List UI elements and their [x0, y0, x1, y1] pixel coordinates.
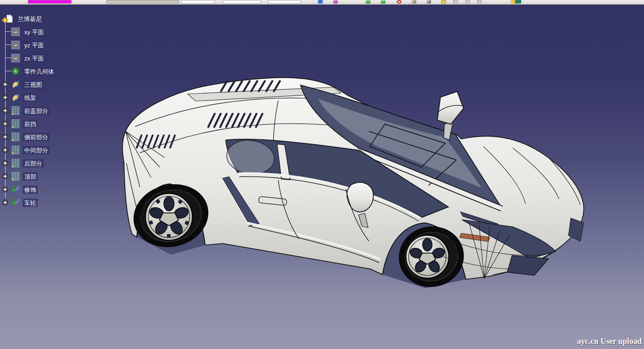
tree-item-xy-plane[interactable]: xy 平面 — [11, 27, 45, 37]
part-document-icon — [2, 14, 14, 23]
geometrical-set-icon — [11, 80, 20, 89]
tree-item-top[interactable]: 顶部 — [11, 171, 38, 181]
tree-item-label[interactable]: 车轮 — [23, 199, 38, 207]
tree-item-label[interactable]: 三视图 — [23, 80, 44, 89]
tree-item-front-cover[interactable]: 前盖部分 — [11, 105, 50, 116]
tree-item-partbody[interactable]: 零件几何体 — [11, 66, 56, 76]
tree-item-label[interactable]: 前盖部分 — [23, 107, 50, 115]
tree-item-wireframe[interactable]: 线架 — [11, 92, 38, 103]
tree-item-label[interactable]: 修饰 — [23, 185, 38, 194]
expand-icon[interactable] — [2, 81, 8, 88]
tree-item-label[interactable]: xy 平面 — [23, 28, 45, 36]
expand-icon[interactable] — [2, 160, 8, 166]
hidden-geometrical-set-icon — [11, 106, 20, 115]
plane-icon — [11, 54, 20, 62]
ordered-geometrical-set-icon — [11, 185, 20, 194]
watermark: ayc.cn User upload — [577, 337, 642, 346]
expand-icon[interactable] — [2, 94, 8, 101]
tree-item-trim[interactable]: 修饰 — [11, 184, 38, 195]
tree-item-yz-plane[interactable]: yz 平面 — [11, 40, 45, 50]
specification-tree: 兰博基尼 xy 平面 yz 平面 — [0, 5, 111, 228]
hidden-geometrical-set-icon — [11, 146, 20, 154]
expand-icon[interactable] — [2, 147, 8, 153]
tree-item-zx-plane[interactable]: zx 平面 — [11, 53, 45, 63]
catia-window: 兰博基尼 xy 平面 yz 平面 — [0, 0, 644, 349]
hidden-geometrical-set-icon — [11, 133, 20, 141]
tree-item-three-views[interactable]: 三视图 — [11, 79, 44, 90]
tree-item-label[interactable]: yz 平面 — [23, 41, 45, 49]
plane-icon — [11, 27, 20, 36]
expand-icon[interactable] — [2, 199, 8, 206]
tree-item-rear[interactable]: 后部分 — [11, 158, 44, 168]
hidden-geometrical-set-icon — [11, 172, 20, 181]
tree-item-middle[interactable]: 中间部分 — [11, 145, 50, 155]
tree-item-label[interactable]: 零件几何体 — [23, 67, 56, 76]
tree-item-side-front[interactable]: 侧前部分 — [11, 132, 50, 142]
plane-icon — [11, 41, 20, 49]
tree-item-label[interactable]: 前挡 — [23, 120, 38, 128]
hidden-geometrical-set-icon — [11, 159, 20, 168]
front-intake — [507, 255, 549, 275]
tree-item-wheels[interactable]: 车轮 — [11, 197, 38, 208]
tree-item-label[interactable]: 后部分 — [23, 159, 44, 168]
tree-item-front-shield[interactable]: 前挡 — [11, 119, 38, 129]
part-body-icon — [11, 67, 20, 76]
hidden-geometrical-set-icon — [11, 119, 20, 128]
expand-icon[interactable] — [2, 121, 8, 127]
ordered-geometrical-set-icon — [11, 198, 20, 207]
tree-item-label[interactable]: 侧前部分 — [23, 133, 50, 141]
expand-icon[interactable] — [2, 186, 8, 193]
tree-item-label[interactable]: 顶部 — [23, 172, 38, 181]
geometrical-set-icon — [11, 93, 20, 102]
tree-item-label[interactable]: 线架 — [23, 94, 38, 102]
tree-item-label[interactable]: 兰博基尼 — [16, 15, 43, 23]
expand-icon[interactable] — [2, 107, 8, 114]
tree-item-label[interactable]: 中间部分 — [23, 146, 50, 154]
expand-icon[interactable] — [2, 173, 8, 179]
3d-viewport[interactable]: 兰博基尼 xy 平面 yz 平面 — [0, 5, 644, 349]
expand-icon[interactable] — [2, 134, 8, 140]
tree-item-label[interactable]: zx 平面 — [23, 54, 45, 62]
tree-item-root[interactable]: 兰博基尼 — [2, 14, 43, 24]
